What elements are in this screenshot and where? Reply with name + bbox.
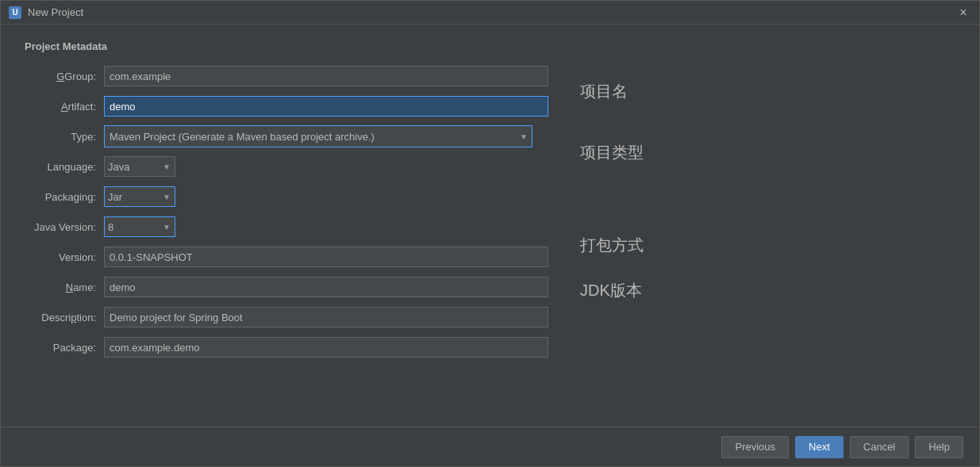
version-label: Version: [25, 251, 104, 263]
group-row: GGroup: [25, 65, 548, 87]
title-bar: U New Project × [1, 1, 979, 25]
jdk-version-annotation: JDK版本 [580, 280, 644, 301]
project-type-annotation: 项目类型 [580, 142, 644, 163]
package-row: Package: [25, 336, 548, 358]
java-version-row: Java Version: 8 11 17 21 ▼ [25, 216, 548, 238]
app-icon: U [9, 6, 21, 19]
dialog: U New Project × Project Metadata GGroup: [0, 0, 980, 467]
cancel-button[interactable]: Cancel [850, 436, 909, 458]
previous-button[interactable]: Previous [721, 436, 789, 458]
title-bar-left: U New Project [9, 6, 83, 19]
language-label: Language: [25, 161, 104, 173]
packaging-select[interactable]: Jar War [104, 186, 175, 207]
artifact-input[interactable] [104, 96, 548, 117]
group-input[interactable] [104, 66, 548, 86]
java-version-label: Java Version: [25, 221, 104, 233]
version-row: Version: [25, 246, 548, 268]
name-row: Name: [25, 276, 548, 298]
form-area: GGroup: Artifact: Type: Maven [25, 65, 955, 366]
dialog-content: Project Metadata GGroup: Artifact: [1, 25, 979, 427]
next-button[interactable]: Next [795, 436, 844, 458]
type-label: Type: [25, 131, 104, 143]
type-select-wrapper: Maven Project (Generate a Maven based pr… [104, 125, 532, 147]
close-button[interactable]: × [955, 5, 971, 21]
footer: Previous Next Cancel Help [1, 427, 979, 466]
section-title: Project Metadata [25, 40, 955, 52]
description-input[interactable] [104, 307, 548, 327]
package-label: Package: [25, 342, 104, 354]
java-version-select[interactable]: 8 11 17 21 [104, 216, 175, 237]
artifact-row: Artifact: [25, 95, 548, 117]
form-left: GGroup: Artifact: Type: Maven [25, 65, 548, 366]
annotations-area: 项目名 项目类型 打包方式 JDK版本 [580, 65, 644, 366]
name-label: Name: [25, 281, 104, 293]
description-label: Description: [25, 312, 104, 323]
java-version-select-wrapper: 8 11 17 21 ▼ [104, 216, 175, 237]
project-name-annotation: 项目名 [580, 81, 644, 102]
packaging-row: Packaging: Jar War ▼ [25, 186, 548, 208]
name-input[interactable] [104, 277, 548, 297]
artifact-label: Artifact: [25, 101, 104, 113]
language-row: Language: Java Kotlin Groovy ▼ [25, 155, 548, 178]
language-select-wrapper: Java Kotlin Groovy ▼ [104, 156, 175, 177]
group-label: GGroup: [25, 71, 104, 82]
type-select[interactable]: Maven Project (Generate a Maven based pr… [104, 125, 532, 147]
packaging-label: Packaging: [25, 191, 104, 203]
help-button[interactable]: Help [915, 436, 963, 458]
type-row: Type: Maven Project (Generate a Maven ba… [25, 125, 548, 147]
packaging-select-wrapper: Jar War ▼ [104, 186, 175, 207]
language-select[interactable]: Java Kotlin Groovy [104, 156, 175, 177]
dialog-title: New Project [28, 6, 83, 18]
package-input[interactable] [104, 337, 548, 358]
version-input[interactable] [104, 247, 548, 267]
packaging-annotation: 打包方式 [580, 235, 644, 256]
description-row: Description: [25, 306, 548, 328]
